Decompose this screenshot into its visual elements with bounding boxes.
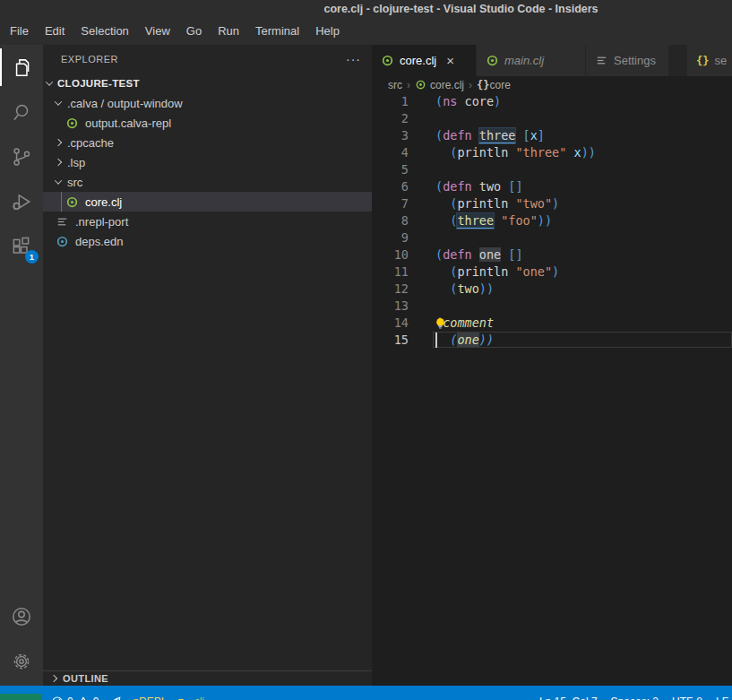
tab-Settings[interactable]: Settings: [586, 45, 669, 76]
activity-search-button[interactable]: [0, 90, 43, 134]
line-number: 2: [372, 110, 409, 127]
code-line[interactable]: 13: [372, 298, 732, 315]
indentation-setting[interactable]: Spaces: 2: [611, 696, 659, 700]
code-line[interactable]: 6(defn two []: [372, 178, 732, 195]
tab-core.clj[interactable]: core.clj×: [372, 45, 477, 76]
tree-item-.nrepl-port[interactable]: .nrepl-port: [43, 212, 372, 231]
tree-item-label: .cpcache: [67, 136, 114, 150]
code-line-content[interactable]: (defn two []: [435, 178, 523, 195]
activity-run-debug-button[interactable]: [0, 179, 43, 224]
tree-item-.calva-output-window[interactable]: .calva / output-window: [43, 93, 372, 113]
code-area[interactable]: 1(ns core)23(defn three [x]4 (println "t…: [372, 93, 732, 686]
code-line-content[interactable]: (defn one []: [435, 246, 523, 264]
code-line[interactable]: 10(defn one []: [372, 246, 732, 264]
search-icon: [10, 100, 33, 124]
code-line[interactable]: 8 (three "foo")): [372, 212, 732, 229]
tree-item-output.calva-repl[interactable]: output.calva-repl: [43, 113, 372, 133]
line-number: 5: [372, 161, 409, 178]
calva-paredit-indicator[interactable]: ʒ: [177, 696, 184, 700]
warnings-icon: [77, 696, 90, 700]
line-number: 11: [372, 264, 409, 281]
problems-indicator[interactable]: 0 0: [51, 696, 99, 700]
tree-root-clojure-test[interactable]: CLOJURE-TEST: [43, 73, 372, 93]
eol-setting[interactable]: LF: [716, 696, 728, 700]
menu-view[interactable]: View: [137, 20, 178, 43]
code-line[interactable]: 1(ns core): [372, 93, 732, 110]
encoding-setting[interactable]: UTF-8: [672, 696, 702, 700]
code-line-content[interactable]: (defn three [x]: [435, 127, 545, 144]
tree-item-label: output.calva-repl: [85, 117, 171, 130]
menu-file[interactable]: File: [2, 20, 37, 43]
code-line[interactable]: 11 (println "one"): [372, 264, 732, 281]
tree-item-.cpcache[interactable]: .cpcache: [43, 133, 372, 152]
activity-extensions-button[interactable]: 1: [0, 224, 43, 269]
lightbulb-icon[interactable]: [434, 316, 447, 331]
code-line-content[interactable]: (println "two"): [435, 195, 559, 212]
tree-item-deps.edn[interactable]: deps.edn: [43, 231, 372, 251]
code-line[interactable]: 9: [372, 229, 732, 246]
breadcrumb: src›core.clj›{}core: [372, 76, 732, 93]
breadcrumb-label: src: [388, 79, 402, 91]
nrepl-status[interactable]: nREPL: [133, 696, 167, 700]
tree-item-label: core.clj: [85, 195, 122, 209]
tab-bar: core.clj×main.cljSettings{}se: [372, 45, 732, 76]
outline-section[interactable]: OUTLINE: [43, 670, 372, 686]
code-line[interactable]: 14(comment: [372, 315, 732, 332]
tab-main.clj[interactable]: main.clj: [477, 45, 586, 76]
chevron-right-icon: [50, 675, 57, 682]
rocket-icon: [109, 696, 122, 700]
breadcrumb-item-src[interactable]: src: [388, 79, 402, 91]
clojure-file-icon: [486, 54, 499, 67]
close-icon[interactable]: ×: [446, 54, 454, 67]
tab-label: Settings: [614, 54, 656, 67]
activity-source-control-button[interactable]: [0, 134, 43, 179]
line-number: 10: [372, 246, 409, 264]
remote-indicator[interactable]: [0, 694, 42, 700]
more-actions-button[interactable]: ···: [346, 52, 361, 66]
menu-run[interactable]: Run: [210, 20, 247, 43]
tab-label: main.clj: [504, 54, 544, 67]
tree-item-src[interactable]: src: [43, 172, 372, 192]
menu-selection[interactable]: Selection: [73, 20, 136, 43]
menu-edit[interactable]: Edit: [37, 20, 73, 43]
list-file-icon: [56, 215, 69, 229]
chevron-down-icon: [55, 98, 62, 105]
code-line[interactable]: 4 (println "three" x)): [372, 144, 732, 161]
menu-bar: FileEditSelectionViewGoRunTerminalHelp: [2, 20, 348, 43]
tab-se[interactable]: {}se: [687, 45, 732, 76]
errors-icon: [51, 696, 64, 700]
repl-type-indicator[interactable]: clj: [194, 696, 204, 700]
breadcrumb-item-core[interactable]: {}core: [477, 79, 511, 91]
tree-item-core.clj[interactable]: core.clj: [43, 192, 372, 212]
tree-item-.lsp[interactable]: .lsp: [43, 152, 372, 172]
account-button[interactable]: [0, 594, 43, 639]
calva-jack-in-button[interactable]: [109, 696, 122, 700]
line-number: 1: [372, 93, 409, 110]
menu-go[interactable]: Go: [178, 20, 210, 43]
code-line-content[interactable]: (println "three" x)): [435, 144, 596, 161]
menu-help[interactable]: Help: [307, 20, 348, 43]
settings-gear-button[interactable]: [0, 639, 43, 684]
cursor-position[interactable]: Ln 15, Col 7: [539, 696, 598, 700]
code-line[interactable]: 2: [372, 110, 732, 127]
code-line[interactable]: 15 (one)): [372, 332, 732, 349]
extensions-badge: 1: [25, 250, 39, 264]
settings-list-icon: [595, 54, 608, 67]
code-line-content[interactable]: (two)): [435, 281, 494, 298]
breadcrumb-item-core.clj[interactable]: core.clj: [415, 79, 464, 91]
code-line-content[interactable]: (three "foo")): [435, 212, 552, 229]
activity-explorer-button[interactable]: [0, 45, 43, 90]
code-line[interactable]: 12 (two)): [372, 281, 732, 298]
code-line[interactable]: 3(defn three [x]: [372, 127, 732, 144]
code-line-content[interactable]: (ns core): [435, 93, 501, 110]
menu-terminal[interactable]: Terminal: [247, 20, 307, 43]
clojure-file-icon: [415, 79, 426, 91]
tree-item-label: deps.edn: [75, 235, 124, 248]
line-number: 6: [372, 178, 409, 195]
code-line-content[interactable]: (one)): [435, 332, 494, 349]
code-line-content[interactable]: (println "one"): [435, 264, 559, 281]
tab-label: core.clj: [400, 54, 436, 67]
code-line[interactable]: 5: [372, 161, 732, 178]
file-tree: .calva / output-windowoutput.calva-repl.…: [43, 93, 372, 251]
code-line[interactable]: 7 (println "two"): [372, 195, 732, 212]
